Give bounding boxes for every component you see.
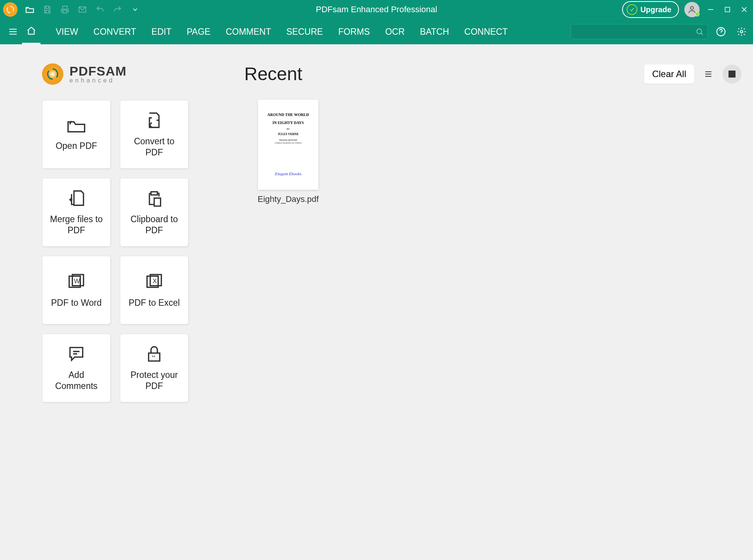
tab-connect[interactable]: CONNECT <box>457 19 516 44</box>
help-button[interactable] <box>713 19 729 44</box>
check-icon <box>627 4 637 15</box>
svg-rect-14 <box>732 71 735 73</box>
thumb-author: JULES VERNE <box>278 132 299 136</box>
recent-file-name: Eighty_Days.pdf <box>258 194 319 204</box>
undo-icon <box>95 4 105 15</box>
clipboard-label: Clipboard to PDF <box>124 214 184 236</box>
save-icon <box>42 4 53 15</box>
chevron-down-icon[interactable] <box>130 4 140 15</box>
titlebar: PDFsam Enhanced Professional Upgrade <box>0 0 753 19</box>
upgrade-label: Upgrade <box>640 5 671 14</box>
clear-all-button[interactable]: Clear All <box>644 65 694 84</box>
merge-icon <box>67 189 86 208</box>
thumb-by: BY <box>287 128 290 130</box>
svg-rect-15 <box>729 74 732 77</box>
tab-view[interactable]: VIEW <box>48 19 86 44</box>
recent-file-thumbnail: AROUND THE WORLD IN EIGHTY DAYS BY JULES… <box>258 100 318 190</box>
svg-text:W: W <box>74 278 80 285</box>
thumb-title1: AROUND THE WORLD <box>268 113 309 117</box>
clipboard-icon <box>145 189 164 208</box>
brand-sub: enhanced <box>69 77 127 84</box>
merge-label: Merge files to PDF <box>46 214 106 236</box>
settings-button[interactable] <box>734 19 749 44</box>
print-icon <box>60 4 70 15</box>
grid-view-button[interactable] <box>722 65 742 84</box>
folder-open-icon <box>66 118 86 134</box>
convert-label: Convert to PDF <box>124 136 184 158</box>
minimize-button[interactable] <box>705 4 716 15</box>
app-logo-icon[interactable] <box>3 2 18 17</box>
svg-text:X: X <box>153 278 157 285</box>
svg-point-2 <box>697 29 702 34</box>
svg-rect-16 <box>732 74 735 77</box>
maximize-button[interactable] <box>722 4 733 15</box>
tab-ocr[interactable]: OCR <box>377 19 412 44</box>
pdf-to-word-tile[interactable]: W PDF to Word <box>42 256 111 324</box>
svg-point-0 <box>690 6 693 10</box>
redo-icon <box>112 4 123 15</box>
word-label: PDF to Word <box>51 297 102 308</box>
protect-label: Protect your PDF <box>124 370 184 392</box>
merge-files-tile[interactable]: Merge files to PDF <box>42 178 111 247</box>
add-comments-tile[interactable]: Add Comments <box>42 334 111 402</box>
protect-pdf-tile[interactable]: ** Protect your PDF <box>120 334 189 402</box>
tab-forms[interactable]: FORMS <box>331 19 377 44</box>
upgrade-button[interactable]: Upgrade <box>622 1 679 18</box>
word-icon: W <box>67 272 86 291</box>
close-button[interactable] <box>738 4 750 15</box>
comment-icon <box>67 344 86 363</box>
lock-icon: ** <box>145 344 164 363</box>
svg-rect-1 <box>725 7 730 12</box>
list-view-button[interactable] <box>699 65 718 84</box>
profile-button[interactable] <box>684 2 700 17</box>
excel-label: PDF to Excel <box>129 297 180 308</box>
recent-title: Recent <box>244 63 302 84</box>
recent-file-item[interactable]: AROUND THE WORLD IN EIGHTY DAYS BY JULES… <box>258 100 319 204</box>
tab-comment[interactable]: COMMENT <box>218 19 279 44</box>
open-pdf-tile[interactable]: Open PDF <box>42 100 111 169</box>
thumb-transby: GEORGE MAKEPEACE TOWLE <box>275 142 302 144</box>
email-icon <box>77 4 88 15</box>
thumb-trans: TRANSLATED BY <box>279 139 298 141</box>
open-file-icon[interactable] <box>24 4 35 15</box>
search-box[interactable] <box>571 24 708 39</box>
thumb-brand: Elegant Ebooks <box>275 171 301 176</box>
svg-rect-13 <box>729 71 732 73</box>
thumb-title2: IN EIGHTY DAYS <box>272 121 304 125</box>
menubar: VIEW CONVERT EDIT PAGE COMMENT SECURE FO… <box>0 19 753 44</box>
search-input[interactable] <box>575 28 695 36</box>
tab-secure[interactable]: SECURE <box>279 19 331 44</box>
convert-to-pdf-tile[interactable]: Convert to PDF <box>120 100 189 169</box>
status-dot <box>695 12 700 16</box>
tab-batch[interactable]: BATCH <box>412 19 456 44</box>
comments-label: Add Comments <box>46 370 106 392</box>
pdf-to-excel-tile[interactable]: X PDF to Excel <box>120 256 189 324</box>
brand-name: PDFSAM <box>69 65 127 77</box>
hamburger-menu-button[interactable] <box>4 19 22 44</box>
app-title: PDFsam Enhanced Professional <box>316 5 437 15</box>
convert-icon <box>145 111 164 130</box>
home-button[interactable] <box>22 19 40 44</box>
open-pdf-label: Open PDF <box>56 140 97 152</box>
tab-convert[interactable]: CONVERT <box>86 19 144 44</box>
svg-point-4 <box>740 31 743 33</box>
brand-logo: PDFSAM enhanced <box>42 63 206 85</box>
tab-edit[interactable]: EDIT <box>144 19 179 44</box>
excel-icon: X <box>145 272 164 291</box>
brand-logo-icon <box>42 63 63 85</box>
tab-page[interactable]: PAGE <box>179 19 218 44</box>
search-icon <box>695 27 704 36</box>
clipboard-to-pdf-tile[interactable]: Clipboard to PDF <box>120 178 189 247</box>
svg-text:**: ** <box>152 355 156 360</box>
